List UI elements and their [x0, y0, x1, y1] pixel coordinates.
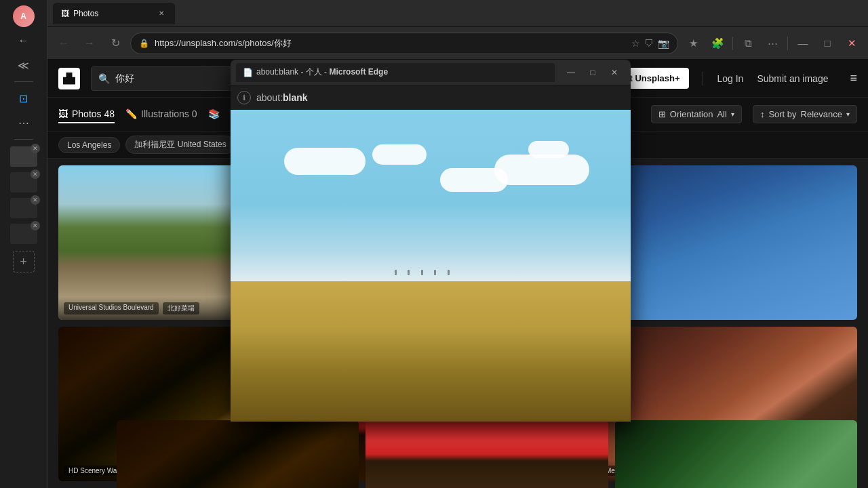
split-view-icon[interactable]: ⧉: [737, 33, 759, 54]
sidebar-tab-1-close[interactable]: ✕: [31, 144, 40, 153]
edge-window: 📄 about:blank - 个人 - Microsoft Edge — □ …: [231, 60, 631, 422]
nav-separator: [703, 72, 703, 85]
avatar[interactable]: A: [13, 5, 35, 27]
sidebar-tab-3-close[interactable]: ✕: [31, 195, 40, 205]
sidebar-tab-4-close[interactable]: ✕: [31, 221, 40, 230]
sort-filter[interactable]: ↕ Sort by Relevance ▾: [753, 105, 857, 123]
hillscape-figures: [391, 266, 591, 269]
forward-button[interactable]: →: [79, 33, 100, 54]
hillscape-clouds: [271, 141, 591, 266]
orientation-filter-label: Orientation: [670, 109, 713, 119]
sidebar-tab-2[interactable]: ✕: [10, 172, 37, 192]
cloud-1: [284, 148, 366, 175]
sidebar-add-tab-button[interactable]: +: [13, 251, 35, 272]
photo-city-tag-2[interactable]: 北好菜場: [163, 302, 199, 314]
tab-bar: 🖼 Photos ✕: [47, 0, 868, 27]
sort-icon: ↕: [760, 109, 765, 119]
more-icon[interactable]: ⋯: [762, 33, 783, 54]
illustrations-tab-label: Illustrations 0: [141, 108, 197, 119]
cloud-2: [372, 144, 427, 165]
unsplash-logo[interactable]: [58, 68, 80, 89]
tab-close-icon[interactable]: ✕: [156, 8, 167, 19]
sort-label: Sort by: [768, 109, 796, 119]
edge-about-bold: blank: [283, 92, 308, 103]
figure-5: [448, 270, 450, 275]
restore-icon[interactable]: □: [816, 33, 838, 54]
tab-unsplash[interactable]: 🖼 Photos ✕: [53, 3, 175, 24]
edge-tab[interactable]: 📄 about:blank - 个人 - Microsoft Edge: [236, 63, 555, 82]
read-mode-icon[interactable]: ⛉: [644, 38, 654, 49]
close-browser-icon[interactable]: ✕: [841, 33, 863, 54]
sidebar-tab-1[interactable]: ✕: [10, 146, 37, 167]
camera-icon[interactable]: 📷: [658, 38, 669, 49]
figure-3: [421, 270, 423, 275]
toolbar-icons: ★ 🧩 ⧉ ⋯ — □ ✕: [682, 33, 863, 54]
illustrations-tab-icon: ✏️: [125, 108, 137, 119]
figure-2: [408, 270, 410, 275]
tab-photos[interactable]: 🖼 Photos 48: [58, 106, 115, 123]
edge-address-row: ℹ about:blank: [231, 85, 631, 110]
edge-window-controls: — □ ✕: [560, 63, 625, 82]
close-button[interactable]: ✕: [604, 63, 625, 82]
tag-los-angeles[interactable]: Los Angeles: [58, 137, 120, 153]
address-bar[interactable]: 🔒 https://unsplash.com/s/photos/你好 ☆ ⛉ 📷: [130, 33, 678, 54]
photo-bottom-1[interactable]: [117, 420, 359, 488]
edge-about-text: about:blank: [256, 92, 308, 103]
figure-1: [395, 270, 397, 275]
login-link[interactable]: Log In: [717, 73, 743, 84]
sidebar-home-icon[interactable]: ⊡: [13, 87, 35, 109]
tab-collections[interactable]: 📚: [208, 106, 220, 123]
sidebar-collapse-icon[interactable]: ≪: [13, 54, 35, 76]
sidebar-divider-2: [14, 139, 33, 140]
back-button[interactable]: ←: [53, 33, 75, 54]
search-query: 你好: [115, 73, 134, 85]
photo-grid-bottom: [106, 420, 868, 488]
hamburger-icon[interactable]: ≡: [850, 71, 857, 85]
collections-tab-icon: 📚: [208, 108, 220, 119]
toolbar-separator: [732, 37, 733, 50]
address-icons: ☆ ⛉ 📷: [631, 38, 669, 49]
sidebar-tab-3[interactable]: ✕: [10, 198, 37, 218]
tag-california[interactable]: 加利福尼亚 United States: [125, 136, 235, 154]
photo-bottom-3[interactable]: [615, 420, 857, 488]
photos-tab-icon: 🖼: [58, 108, 68, 119]
sidebar-tab-4[interactable]: ✕: [10, 224, 37, 244]
sidebar-dots-icon[interactable]: ⋯: [13, 112, 35, 134]
favorites-icon[interactable]: ★: [682, 33, 704, 54]
cloud-5: [494, 155, 589, 185]
sidebar-back-icon[interactable]: ←: [13, 30, 35, 52]
orientation-filter-icon: ⊞: [658, 109, 666, 119]
sidebar-divider: [14, 81, 33, 82]
extensions-icon[interactable]: 🧩: [707, 33, 728, 54]
minimize-button[interactable]: —: [560, 63, 582, 82]
edge-tab-favicon: 📄: [243, 68, 252, 77]
photo-bottom-2[interactable]: [366, 420, 608, 488]
browser-chrome: A ← ≪ ⊡ ⋯ ✕ ✕ ✕ ✕ + 🖼 Photos ✕: [0, 0, 868, 488]
orientation-filter[interactable]: ⊞ Orientation All ▾: [651, 105, 742, 123]
edge-titlebar: 📄 about:blank - 个人 - Microsoft Edge — □ …: [231, 60, 631, 85]
maximize-button[interactable]: □: [582, 63, 604, 82]
address-bar-row: ← → ↻ 🔒 https://unsplash.com/s/photos/你好…: [47, 27, 868, 60]
browser-main: 🖼 Photos ✕ ← → ↻ 🔒 https://unsplash.com/…: [47, 0, 868, 488]
figure-4: [434, 270, 436, 275]
edge-tab-title: about:blank - 个人 - Microsoft Edge: [256, 66, 548, 78]
tab-favicon: 🖼: [61, 9, 69, 18]
edge-info-icon[interactable]: ℹ: [237, 91, 251, 104]
photo-building[interactable]: [595, 165, 857, 320]
search-icon: 🔍: [98, 73, 110, 84]
sidebar-tab-2-close[interactable]: ✕: [31, 169, 40, 179]
star-icon[interactable]: ☆: [631, 38, 640, 49]
submit-link[interactable]: Submit an image: [757, 73, 828, 84]
page-content: 🔍 你好 ✕ 📷 Explore Advertise Get Unsplash+…: [47, 60, 868, 488]
tab-title: Photos: [73, 9, 152, 18]
edge-title-normal: about:blank - 个人 -: [256, 67, 329, 77]
tab-illustrations[interactable]: ✏️ Illustrations 0: [125, 106, 197, 123]
minimize-icon[interactable]: —: [792, 33, 814, 54]
edge-title-brand: Microsoft Edge: [329, 67, 388, 77]
reload-button[interactable]: ↻: [104, 33, 126, 54]
sort-value: Relevance: [801, 109, 842, 119]
photo-city-tag-1[interactable]: Universal Studios Boulevard: [64, 302, 159, 314]
orientation-filter-value: All: [717, 109, 726, 119]
photos-tab-label: Photos 48: [72, 108, 115, 119]
unsplash-logo-icon: [63, 73, 75, 85]
